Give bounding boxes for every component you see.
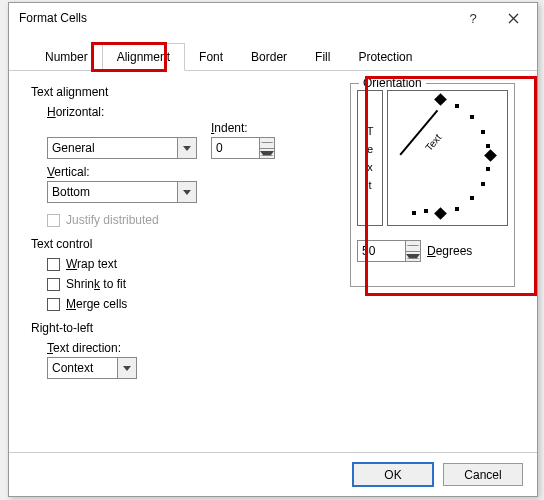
text-direction-dropdown-button[interactable] <box>117 357 137 379</box>
merge-label: Merge cells <box>66 297 127 311</box>
titlebar: Format Cells ? <box>9 3 537 33</box>
left-column: Text alignment Horizontal: Indent: <box>31 81 350 379</box>
indent-up-button[interactable] <box>260 138 274 149</box>
wrap-text-label: Wrap text <box>66 257 117 271</box>
merge-checkbox[interactable] <box>47 298 60 311</box>
close-button[interactable] <box>493 4 533 32</box>
text-direction-value[interactable] <box>47 357 117 379</box>
tab-protection[interactable]: Protection <box>344 44 426 70</box>
vertical-value[interactable] <box>47 181 177 203</box>
rtl-label: Right-to-left <box>31 321 350 335</box>
tab-fill[interactable]: Fill <box>301 44 344 70</box>
horizontal-dropdown-button[interactable] <box>177 137 197 159</box>
tabstrip: Number Alignment Font Border Fill Protec… <box>9 33 537 71</box>
indent-label: Indent: <box>211 121 275 135</box>
highlight-orientation <box>365 76 537 296</box>
vertical-label: Vertical: <box>47 165 350 179</box>
tab-border[interactable]: Border <box>237 44 301 70</box>
text-direction-combo[interactable] <box>47 357 350 379</box>
indent-spinner[interactable] <box>211 137 275 159</box>
horizontal-label: Horizontal: <box>47 105 350 119</box>
vertical-dropdown-button[interactable] <box>177 181 197 203</box>
triangle-up-icon <box>260 142 274 143</box>
dialog-title: Format Cells <box>19 11 453 25</box>
justify-distributed-label: Justify distributed <box>66 213 159 227</box>
chevron-down-icon <box>183 146 191 151</box>
chevron-down-icon <box>183 190 191 195</box>
justify-distributed-checkbox <box>47 214 60 227</box>
horizontal-value[interactable] <box>47 137 177 159</box>
cancel-button[interactable]: Cancel <box>443 463 523 486</box>
vertical-combo[interactable] <box>47 181 350 203</box>
dialog-footer: OK Cancel <box>9 452 537 496</box>
tab-font[interactable]: Font <box>185 44 237 70</box>
text-alignment-label: Text alignment <box>31 85 350 99</box>
chevron-down-icon <box>123 366 131 371</box>
triangle-down-icon <box>260 151 274 156</box>
indent-value[interactable] <box>211 137 259 159</box>
text-control-label: Text control <box>31 237 350 251</box>
shrink-label: Shrink to fit <box>66 277 126 291</box>
indent-down-button[interactable] <box>260 149 274 159</box>
ok-button[interactable]: OK <box>353 463 433 486</box>
close-icon <box>508 13 519 24</box>
horizontal-combo[interactable] <box>47 137 197 159</box>
format-cells-dialog: Format Cells ? Number Alignment Font Bor… <box>8 2 538 497</box>
highlight-alignment-tab <box>91 42 167 72</box>
text-direction-label: Text direction: <box>47 341 350 355</box>
help-button[interactable]: ? <box>453 4 493 32</box>
wrap-text-checkbox[interactable] <box>47 258 60 271</box>
shrink-checkbox[interactable] <box>47 278 60 291</box>
